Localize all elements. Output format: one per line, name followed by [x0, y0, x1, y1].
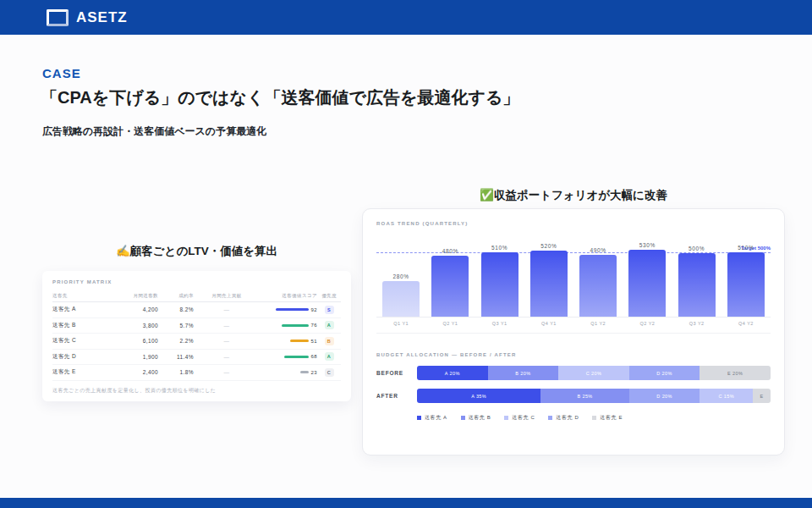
cell-rate: 2.2%: [158, 338, 194, 344]
right-panel-caption: ✅収益ポートフォリオが大幅に改善: [362, 188, 785, 203]
column-header: 送客先: [52, 293, 112, 299]
brand-logo-text: ASETZ: [76, 9, 128, 26]
roas-bar-group: 480%: [425, 236, 475, 317]
top-brand-bar: ASETZ: [0, 0, 812, 35]
cell-rate: 1.8%: [158, 369, 194, 375]
budget-row: BEFOREA 20%B 20%C 20%D 20%E 20%: [376, 366, 771, 380]
cell-score: 51: [260, 339, 317, 344]
axis-tick-label: Q2 Y2: [623, 321, 672, 326]
score-bar: [290, 340, 308, 342]
cell-rate: 5.7%: [158, 323, 194, 329]
legend-label: 送客先 C: [512, 414, 535, 422]
axis-tick-label: Q4 Y1: [524, 321, 573, 326]
priority-table-footnote: 送客先ごとの売上貢献度を定量化し、投資の優先順位を明確にした: [52, 387, 341, 395]
bar-value-label: 520%: [540, 243, 557, 249]
legend-item: 送客先 B: [461, 414, 491, 422]
roas-x-axis: Q1 Y1Q2 Y1Q3 Y1Q4 Y1Q1 Y2Q2 Y2Q3 Y2Q4 Y2: [376, 321, 771, 334]
legend-item: 送客先 D: [548, 414, 579, 422]
legend-swatch: [461, 416, 465, 420]
cell-name: 送客先 A: [52, 306, 112, 313]
budget-segment: A 20%: [417, 366, 488, 380]
legend-item: 送客先 E: [592, 414, 623, 422]
legend-label: 送客先 D: [556, 414, 579, 422]
page-title: 「CPAを下げる」のではなく「送客価値で広告を最適化する」: [41, 86, 519, 109]
roas-card: ROAS TREND (QUARTERLY) Target 500% 280%4…: [362, 208, 785, 456]
column-header: 成約率: [158, 293, 194, 299]
score-bar: [276, 308, 309, 311]
cell-rate: 8.2%: [158, 306, 194, 312]
column-header: 送客価値スコア: [260, 293, 317, 299]
cell-contribution: —: [194, 323, 260, 329]
roas-bar-group: 490%: [573, 236, 623, 317]
roas-bar-group: 520%: [524, 236, 573, 317]
roas-bar-group: 530%: [623, 236, 672, 317]
roas-bar: [481, 252, 518, 318]
axis-tick-label: Q3 Y2: [672, 321, 721, 326]
budget-row-label: AFTER: [376, 393, 417, 399]
bottom-brand-bar: [0, 498, 812, 508]
roas-bar-group: 280%: [376, 236, 425, 317]
bar-value-label: 280%: [393, 273, 409, 279]
legend-swatch: [592, 416, 596, 420]
cell-contribution: —: [194, 369, 260, 375]
legend-label: 送客先 A: [425, 414, 447, 422]
cell-score: 23: [260, 370, 317, 375]
roas-bar: [678, 253, 716, 317]
axis-tick-label: Q1 Y1: [376, 321, 425, 326]
budget-segment: B 20%: [488, 366, 559, 380]
brand-logo-icon: [47, 9, 69, 26]
cell-priority: A: [317, 352, 341, 361]
cell-score: 68: [260, 354, 317, 359]
budget-row-label: BEFORE: [376, 370, 417, 376]
budget-segment: C 15%: [700, 389, 753, 403]
budget-segment: E: [753, 389, 771, 403]
cell-monthly: 3,800: [112, 323, 158, 329]
roas-bar: [628, 250, 666, 318]
cell-name: 送客先 C: [52, 337, 112, 345]
priority-badge: C: [325, 368, 334, 377]
cell-monthly: 2,400: [112, 369, 158, 375]
legend-swatch: [504, 416, 508, 420]
roas-bar-group: 510%: [721, 236, 771, 317]
score-value: 76: [311, 323, 317, 328]
cell-priority: S: [317, 306, 341, 314]
cell-priority: C: [317, 368, 341, 377]
cell-monthly: 4,200: [112, 306, 158, 312]
cell-monthly: 1,900: [112, 354, 158, 360]
cell-monthly: 6,100: [112, 338, 158, 344]
budget-segment: D 20%: [629, 366, 700, 380]
left-panel-caption: ✍️顧客ごとのLTV・価値を算出: [42, 244, 351, 259]
table-row: 送客先 D1,90011.4%—68A: [52, 350, 341, 366]
axis-tick-label: Q4 Y2: [721, 321, 771, 326]
roas-bar: [579, 255, 617, 318]
priority-badge: S: [325, 306, 334, 314]
roas-bar: [431, 256, 469, 317]
budget-segment: D 20%: [629, 389, 700, 403]
roas-bar: [382, 281, 420, 317]
table-row: 送客先 B3,8005.7%—76A: [52, 318, 341, 334]
cell-score: 76: [260, 323, 317, 328]
table-row: 送客先 E2,4001.8%—23C: [52, 365, 341, 381]
priority-badge: A: [325, 321, 334, 329]
roas-chart-title: ROAS TREND (QUARTERLY): [376, 221, 771, 226]
legend-label: 送客先 B: [469, 414, 491, 422]
priority-matrix-card: PRIORITY MATRIX 送客先月間送客数成約率月間売上貢献送客価値スコア…: [42, 271, 351, 401]
axis-tick-label: Q1 Y2: [573, 321, 623, 326]
cell-score: 92: [260, 307, 317, 312]
bar-value-label: 530%: [639, 242, 656, 248]
table-row: 送客先 A4,2008.2%—92S: [52, 302, 341, 318]
budget-row: AFTERA 35%B 25%D 20%C 15%E: [376, 389, 771, 403]
roas-bar-group: 500%: [672, 236, 721, 317]
column-header: 月間送客数: [112, 293, 158, 299]
case-label: CASE: [42, 66, 81, 80]
cell-priority: A: [317, 321, 341, 329]
cell-contribution: —: [194, 354, 260, 360]
priority-badge: A: [325, 352, 334, 361]
column-header: 月間売上貢献: [194, 293, 260, 299]
brand-logo[interactable]: ASETZ: [47, 9, 128, 26]
cell-contribution: —: [194, 306, 260, 312]
legend-swatch: [417, 416, 421, 420]
table-row: 送客先 C6,1002.2%—51B: [52, 334, 341, 350]
budget-segment: B 25%: [540, 389, 629, 403]
score-bar: [284, 356, 309, 358]
